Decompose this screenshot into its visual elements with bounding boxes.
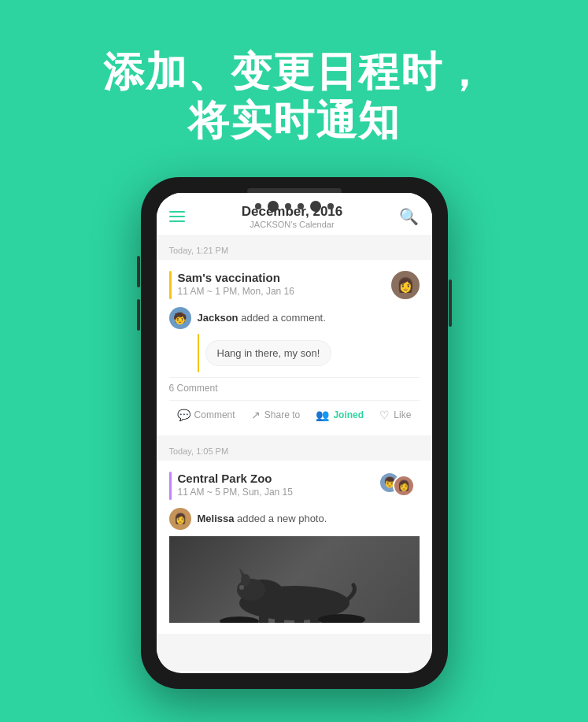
timestamp-2: Today, 1:05 PM <box>157 437 432 461</box>
event-details-1: Sam's vaccination 11 AM ~ 1 PM, Mon, Jan… <box>178 271 294 297</box>
svg-point-9 <box>239 585 244 590</box>
phone-mockup: December, 2016 JACKSON's Calendar 🔍 Toda… <box>0 177 588 689</box>
action-comment-label: Comment <box>194 409 235 420</box>
zoo-photo <box>169 536 420 623</box>
comment-icon: 💬 <box>177 409 190 421</box>
event-title-2: Central Park Zoo <box>178 472 293 485</box>
comment-side-bar <box>198 334 199 372</box>
event-text-group-2: Central Park Zoo 11 AM ~ 5 PM, Sun, Jan … <box>169 472 293 500</box>
camera-area <box>255 201 334 212</box>
svg-rect-6 <box>294 615 304 623</box>
event-avatar-1: 👩 <box>391 271 420 299</box>
activity-row-1: 🧒 Jackson added a comment. <box>169 307 420 329</box>
event-bar-yellow <box>169 271 172 299</box>
svg-rect-7 <box>310 615 320 623</box>
rhino-svg <box>216 552 373 623</box>
phone-frame: December, 2016 JACKSON's Calendar 🔍 Toda… <box>141 177 448 689</box>
event-text-group-1: Sam's vaccination 11 AM ~ 1 PM, Mon, Jan… <box>169 271 294 299</box>
action-like[interactable]: ♡ Like <box>379 409 411 421</box>
share-icon: ↗ <box>251 409 261 421</box>
event-time-2: 11 AM ~ 5 PM, Sun, Jan 15 <box>178 487 293 498</box>
hero-title-line2: 将实时通知 <box>0 96 588 145</box>
activity-text-1: Jackson added a comment. <box>198 312 326 324</box>
activity-action-1: added a comment. <box>241 312 326 324</box>
svg-point-8 <box>241 574 250 587</box>
event-title-1: Sam's vaccination <box>178 271 294 284</box>
like-icon: ♡ <box>379 409 390 421</box>
svg-point-10 <box>220 616 259 623</box>
activity-text-2: Melissa added a new photo. <box>198 513 327 524</box>
menu-icon[interactable] <box>169 211 185 222</box>
jackson-avatar: 🧒 <box>169 307 191 329</box>
search-icon[interactable]: 🔍 <box>399 207 419 226</box>
action-bar-1: 💬 Comment ↗ Share to 👥 Joined ♡ <box>169 400 420 424</box>
camera-dot-4 <box>327 203 334 209</box>
event-info-2: Central Park Zoo 11 AM ~ 5 PM, Sun, Jan … <box>169 472 420 500</box>
melissa-avatar: 👩 <box>169 508 191 530</box>
comment-area: Hang in there, my son! <box>198 334 420 372</box>
joined-icon: 👥 <box>316 409 329 421</box>
action-joined-label: Joined <box>333 409 364 420</box>
volume-up-button <box>137 256 140 287</box>
action-comment[interactable]: 💬 Comment <box>177 409 235 421</box>
header-calendar-name: JACKSON's Calendar <box>242 220 343 229</box>
camera-dot-3 <box>298 203 304 209</box>
activity-user-1: Jackson <box>198 312 239 324</box>
action-like-label: Like <box>394 409 411 420</box>
activity-feed: Today, 1:21 PM Sam's vaccination 11 AM ~… <box>157 236 432 671</box>
power-button <box>449 280 452 327</box>
hero-section: 添加、变更日程时， 将实时通知 <box>0 0 588 169</box>
svg-rect-5 <box>275 615 284 623</box>
zoo-avatar-2: 👩 <box>393 475 415 497</box>
event-details-2: Central Park Zoo 11 AM ~ 5 PM, Sun, Jan … <box>178 472 293 498</box>
activity-row-2: 👩 Melissa added a new photo. <box>169 508 420 530</box>
camera-dot <box>255 203 261 209</box>
camera-lens-2 <box>310 201 321 212</box>
hero-title-line1: 添加、变更日程时， <box>0 47 588 96</box>
volume-down-button <box>137 299 140 331</box>
comment-bubble-1: Hang in there, my son! <box>205 340 332 366</box>
camera-dot-2 <box>285 203 291 209</box>
svg-rect-4 <box>259 615 268 623</box>
event-bar-purple <box>169 472 172 500</box>
action-share-label: Share to <box>264 409 300 420</box>
app-header: December, 2016 JACKSON's Calendar 🔍 <box>157 193 432 236</box>
camera-lens <box>268 201 279 212</box>
event-time-1: 11 AM ~ 1 PM, Mon, Jan 16 <box>178 286 294 297</box>
action-share[interactable]: ↗ Share to <box>251 409 300 421</box>
action-joined[interactable]: 👥 Joined <box>316 409 364 421</box>
phone-screen: December, 2016 JACKSON's Calendar 🔍 Toda… <box>157 193 432 673</box>
activity-user-2: Melissa <box>198 513 235 524</box>
feed-card-2: Central Park Zoo 11 AM ~ 5 PM, Sun, Jan … <box>157 461 432 634</box>
feed-card-1: Sam's vaccination 11 AM ~ 1 PM, Mon, Jan… <box>157 260 432 435</box>
timestamp-1: Today, 1:21 PM <box>157 236 432 260</box>
comment-count-1: 6 Comment <box>169 377 420 394</box>
zoo-avatars: 👦 👩 <box>379 472 420 500</box>
activity-action-2: added a new photo. <box>237 513 327 524</box>
event-info-1: Sam's vaccination 11 AM ~ 1 PM, Mon, Jan… <box>169 271 420 299</box>
